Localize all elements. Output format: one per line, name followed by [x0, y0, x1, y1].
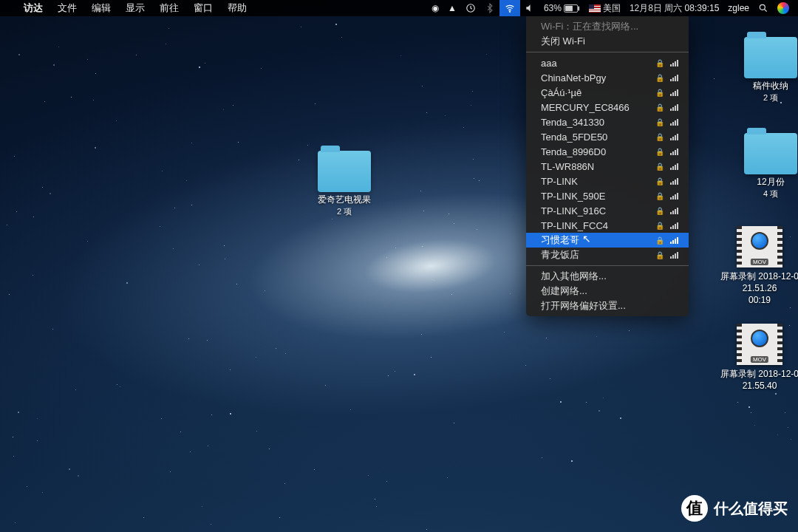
- lock-icon: 🔒: [655, 177, 664, 185]
- desktop-file-mov2[interactable]: MOV 屏幕录制 2018-12-0 21.55.40: [712, 324, 798, 392]
- wifi-signal-icon: [670, 208, 678, 214]
- wifi-signal-icon: [670, 163, 678, 170]
- lock-icon: 🔒: [655, 163, 664, 171]
- wifi-signal-icon: [670, 252, 678, 259]
- folder-label: 12月份: [737, 177, 798, 188]
- wifi-network-name: Tenda_5FDE50: [541, 132, 655, 143]
- menu-item[interactable]: 窗口: [186, 2, 220, 13]
- menu-item[interactable]: 编辑: [84, 2, 118, 13]
- spotlight-icon[interactable]: [754, 3, 773, 13]
- lock-icon: 🔒: [655, 118, 664, 126]
- menu-item[interactable]: 文件: [50, 2, 84, 13]
- wifi-signal-icon: [670, 119, 678, 126]
- file-label: 屏幕录制 2018-12-0 21.55.40: [712, 368, 798, 392]
- wifi-network-item[interactable]: TP-LINK🔒: [526, 174, 689, 188]
- wifi-network-name: TL-WR886N: [541, 161, 655, 172]
- svg-rect-3: [578, 6, 579, 10]
- wifi-network-item[interactable]: 青龙饭店🔒: [526, 248, 689, 262]
- wifi-network-name: Tenda_341330: [541, 117, 655, 128]
- folder-count: 2 项: [311, 206, 378, 217]
- wifi-network-name: MERCURY_EC8466: [541, 102, 655, 113]
- volume-icon[interactable]: [520, 3, 539, 13]
- wifi-signal-icon: [670, 178, 678, 185]
- menu-item[interactable]: 前往: [152, 2, 186, 13]
- wifi-network-item[interactable]: ChinaNet-bPgy🔒: [526, 70, 689, 85]
- lock-icon: 🔒: [655, 89, 664, 97]
- mov-thumbnail: MOV: [737, 324, 782, 365]
- wifi-network-item[interactable]: TP-LINK_590E🔒: [526, 188, 689, 203]
- wifi-network-name: Tenda_8996D0: [541, 146, 655, 157]
- wifi-signal-icon: [670, 149, 678, 155]
- folder-count: 4 项: [737, 188, 798, 200]
- wifi-network-name: TP-LINK_FCC4: [541, 220, 655, 231]
- wifi-network-item[interactable]: aaa🔒: [526, 55, 689, 70]
- wifi-network-item[interactable]: TP-LINK_916C🔒: [526, 203, 689, 218]
- wifi-network-name: ÇàÁú·¹µê: [541, 87, 655, 98]
- folder-icon: [744, 133, 797, 174]
- desktop-folder-drafts[interactable]: 稿件收纳 2 项: [737, 37, 798, 103]
- screenrec-icon[interactable]: ◉: [427, 3, 443, 13]
- input-source[interactable]: 美国: [584, 2, 625, 15]
- wifi-signal-icon: [670, 104, 678, 111]
- timemachine-icon[interactable]: [461, 3, 480, 13]
- watermark-badge: 值: [681, 495, 708, 522]
- wifi-join-other[interactable]: 加入其他网络...: [526, 269, 689, 284]
- svg-point-1: [509, 11, 510, 12]
- lock-icon: 🔒: [655, 251, 664, 259]
- folder-label: 稿件收纳: [737, 81, 798, 92]
- desktop-file-mov1[interactable]: MOV 屏幕录制 2018-12-0 21.51.26 00:19: [712, 226, 798, 307]
- datetime[interactable]: 12月8日 周六 08:39:15: [625, 2, 723, 15]
- battery-percent: 63%: [544, 3, 562, 13]
- wifi-network-name: TP-LINK: [541, 176, 655, 187]
- wifi-status: Wi-Fi：正在查找网络...: [526, 19, 689, 34]
- folder-icon: [744, 37, 797, 78]
- svg-rect-4: [565, 5, 573, 10]
- lock-icon: 🔒: [655, 74, 664, 82]
- wifi-network-item[interactable]: ÇàÁú·¹µê🔒: [526, 85, 689, 100]
- wifi-network-name: TP-LINK_916C: [541, 205, 655, 216]
- wifi-signal-icon: [670, 134, 678, 140]
- lock-icon: 🔒: [655, 207, 664, 215]
- menu-item[interactable]: 显示: [118, 2, 152, 13]
- desktop-folder-iqiyi[interactable]: 爱奇艺电视果 2 项: [311, 151, 378, 217]
- separator: [526, 265, 689, 266]
- wifi-network-item[interactable]: TL-WR886N🔒: [526, 159, 689, 174]
- folder-label: 爱奇艺电视果: [311, 194, 378, 206]
- svg-point-5: [760, 4, 765, 10]
- wifi-create-network[interactable]: 创建网络...: [526, 284, 689, 299]
- folder-icon: [318, 151, 371, 192]
- wifi-network-item[interactable]: 习惯老哥↖🔒: [526, 233, 689, 248]
- wifi-turn-off[interactable]: 关闭 Wi-Fi: [526, 34, 689, 49]
- wifi-network-name: 青龙饭店: [541, 248, 655, 262]
- input-source-label: 美国: [603, 2, 621, 15]
- wifi-open-prefs[interactable]: 打开网络偏好设置...: [526, 299, 689, 313]
- wifi-network-item[interactable]: Tenda_341330🔒: [526, 115, 689, 129]
- user-menu[interactable]: zglee: [723, 3, 754, 13]
- wifi-signal-icon: [670, 193, 678, 200]
- lock-icon: 🔒: [655, 222, 664, 230]
- lock-icon: 🔒: [655, 236, 664, 245]
- siri-icon[interactable]: [773, 2, 794, 14]
- wifi-network-item[interactable]: MERCURY_EC8466🔒: [526, 100, 689, 115]
- bluetooth-icon[interactable]: [480, 3, 499, 13]
- app-icon[interactable]: ▲: [443, 3, 461, 13]
- wifi-network-item[interactable]: Tenda_8996D0🔒: [526, 144, 689, 159]
- lock-icon: 🔒: [655, 133, 664, 141]
- desktop-folder-december[interactable]: 12月份 4 项: [737, 133, 798, 200]
- folder-count: 2 项: [737, 92, 798, 103]
- wifi-network-item[interactable]: TP-LINK_FCC4🔒: [526, 218, 689, 233]
- menu-bar: 访达文件编辑显示前往窗口帮助 ◉ ▲ 63% 美国 12月8日 周六 08:39…: [0, 0, 798, 16]
- battery-status[interactable]: 63%: [539, 3, 584, 13]
- mov-thumbnail: MOV: [737, 226, 782, 267]
- watermark-text: 什么值得买: [714, 499, 788, 519]
- wifi-menu-icon[interactable]: [499, 0, 520, 16]
- wifi-signal-icon: [670, 75, 678, 81]
- wifi-network-item[interactable]: Tenda_5FDE50🔒: [526, 129, 689, 144]
- wifi-signal-icon: [670, 237, 678, 244]
- wifi-signal-icon: [670, 60, 678, 66]
- watermark: 值 什么值得买: [681, 495, 788, 522]
- menu-item[interactable]: 帮助: [220, 2, 254, 13]
- wifi-network-name: 习惯老哥: [541, 233, 655, 247]
- app-menu-finder[interactable]: 访达: [16, 2, 50, 13]
- flag-us-icon: [589, 4, 601, 13]
